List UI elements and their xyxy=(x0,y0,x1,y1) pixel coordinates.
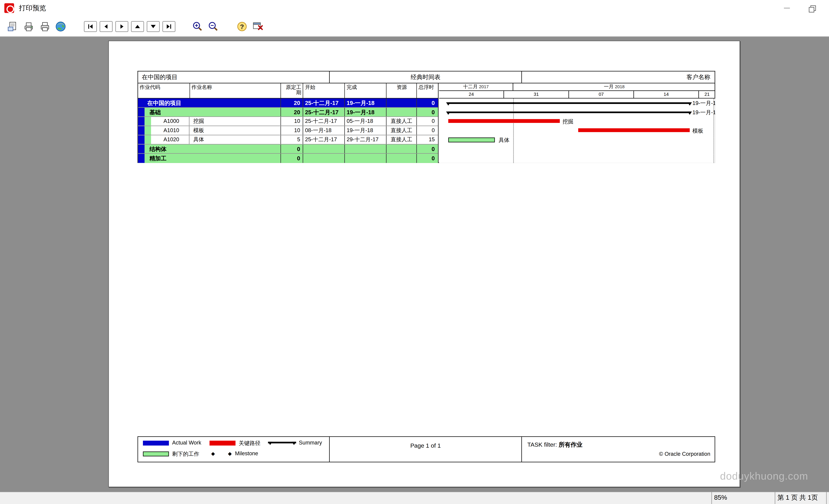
zoom-in-button[interactable] xyxy=(190,20,205,33)
row-name: 模板 xyxy=(189,126,280,135)
minimize-button[interactable] xyxy=(774,0,799,16)
row-resource: 直接人工 xyxy=(386,117,417,125)
watermark: doduykhuong.com xyxy=(720,470,808,482)
col-resource: 资源 xyxy=(386,83,417,98)
timeline-week: 07 xyxy=(569,91,634,98)
summary-finish-cap xyxy=(688,112,692,115)
copyright: © Oracle Corporation xyxy=(659,451,710,457)
row-code: A1020 xyxy=(151,135,189,144)
previous-page-button[interactable] xyxy=(100,21,113,32)
last-page-button[interactable] xyxy=(163,21,175,32)
page-up-button[interactable] xyxy=(131,21,144,32)
zoom-out-button[interactable] xyxy=(206,20,220,33)
print-setup-button[interactable] xyxy=(22,20,36,33)
col-duration: 原定工期 xyxy=(280,83,303,98)
app-icon xyxy=(4,3,14,13)
restore-icon xyxy=(808,5,815,11)
toolbar: ? xyxy=(0,16,829,37)
row-resource xyxy=(386,154,417,163)
col-activity-name: 作业名称 xyxy=(189,83,280,98)
next-page-icon xyxy=(118,23,125,30)
page-setup-icon xyxy=(7,21,18,32)
row-name: 结构体 xyxy=(145,145,280,153)
first-page-icon xyxy=(87,23,94,30)
svg-text:?: ? xyxy=(240,23,244,30)
row-float: 0 xyxy=(416,117,438,125)
gantt-area: 十二月 2017 一月 2018 24 31 07 14 21 xyxy=(439,83,715,163)
table-columns-area: 作业代码 作业名称 原定工期 开始 完成 资源 总浮时 在中国的项目 20 25… xyxy=(138,83,438,163)
summary-bar-project xyxy=(448,102,690,104)
bar-label: 19-一月-18 xyxy=(692,100,715,107)
row-resource xyxy=(386,108,417,116)
row-start xyxy=(303,145,345,153)
row-name: 挖掘 xyxy=(189,117,280,125)
report-customer-title: 客户名称 xyxy=(522,71,715,83)
bar-label: 挖掘 xyxy=(563,118,573,126)
zoom-out-icon xyxy=(207,21,219,33)
project-band-strip xyxy=(138,145,145,153)
print-button[interactable] xyxy=(38,20,52,33)
page-down-button[interactable] xyxy=(147,21,160,32)
timeline-week: 31 xyxy=(504,91,569,98)
legend: Actual Work 关键路径 Summary 剩下的工作 ◆ ◆ Miles… xyxy=(138,437,330,462)
summary-finish-cap xyxy=(688,102,692,106)
page-setup-button[interactable] xyxy=(5,20,20,33)
timeline-week: 24 xyxy=(439,91,504,98)
timeline-weeks: 24 31 07 14 21 xyxy=(439,91,715,99)
task-filter: TASK filter: 所有作业 xyxy=(527,441,582,449)
summary-start-cap xyxy=(446,112,450,115)
col-total-float: 总浮时 xyxy=(416,83,438,98)
help-button[interactable]: ? xyxy=(235,20,249,33)
row-float: 0 xyxy=(416,108,438,116)
row-duration: 0 xyxy=(280,145,303,153)
right-edge-gridline xyxy=(714,99,714,163)
row-code: A1000 xyxy=(151,117,189,125)
table-row-activity: A1020具体 5 25-十二月-17 29-十二月-17 直接人工 15 xyxy=(138,135,438,145)
page-indicator: 第 1 页 共 1页 xyxy=(775,492,826,504)
row-name: 在中国的项目 xyxy=(138,99,280,107)
print-preview-window: 打印预览 × xyxy=(0,0,829,504)
statusbar-end xyxy=(826,492,829,504)
timeline-month: 一月 2018 xyxy=(513,83,715,91)
milestone-icon: ◆ xyxy=(228,451,232,457)
row-start: 25-十二月-17 xyxy=(303,99,345,107)
first-page-button[interactable] xyxy=(84,21,97,32)
row-float: 0 xyxy=(416,154,438,163)
row-float: 0 xyxy=(416,99,438,107)
row-name: 基础 xyxy=(145,108,280,116)
maximize-button[interactable] xyxy=(799,0,824,16)
row-name: 具体 xyxy=(189,135,280,144)
preview-area: 在中国的项目 经典时间表 客户名称 作业代码 作业名称 原定工期 开始 完成 资… xyxy=(0,37,829,492)
close-preview-button[interactable] xyxy=(251,20,265,33)
titlebar: 打印预览 × xyxy=(0,0,829,16)
row-duration: 0 xyxy=(280,154,303,163)
window-title: 打印预览 xyxy=(19,3,46,13)
row-finish: 19-一月-18 xyxy=(345,126,386,135)
timeline-week: 21 xyxy=(699,91,715,98)
close-button[interactable]: × xyxy=(824,0,829,16)
row-resource: 直接人工 xyxy=(386,135,417,144)
globe-icon xyxy=(55,21,67,33)
critical-task-bar xyxy=(448,119,560,123)
next-page-button[interactable] xyxy=(115,21,128,32)
row-finish xyxy=(345,154,386,163)
timeline-months: 十二月 2017 一月 2018 xyxy=(439,83,715,91)
summary-bar-wbs xyxy=(448,112,690,113)
table-row-activity: A1000挖掘 10 25-十二月-17 05-一月-18 直接人工 0 xyxy=(138,117,438,126)
previous-page-icon xyxy=(103,23,109,30)
row-duration: 20 xyxy=(280,99,303,107)
publish-html-button[interactable] xyxy=(53,20,68,33)
table-row-wbs: 基础 20 25-十二月-17 19-一月-18 0 xyxy=(138,108,438,117)
row-code: A1010 xyxy=(151,126,189,135)
row-resource xyxy=(386,145,417,153)
col-start: 开始 xyxy=(303,83,345,98)
row-finish: 19-一月-18 xyxy=(345,99,386,107)
row-resource: 直接人工 xyxy=(386,126,417,135)
help-icon: ? xyxy=(237,21,247,32)
report-project-title: 在中国的项目 xyxy=(138,71,330,83)
remaining-work-swatch xyxy=(143,452,169,456)
print-setup-icon xyxy=(23,21,34,32)
zoom-in-icon xyxy=(192,21,204,33)
row-duration: 10 xyxy=(280,117,303,125)
wbs-band-strip xyxy=(145,117,151,125)
